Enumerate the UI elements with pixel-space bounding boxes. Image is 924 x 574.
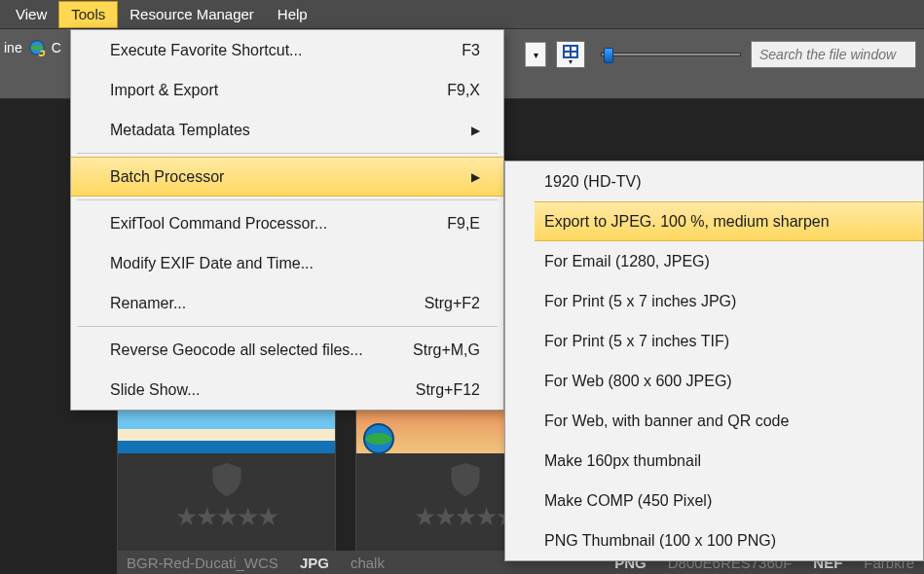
caret-down-icon: ▾ (534, 50, 538, 60)
menu-separator (77, 153, 498, 154)
submenu-item-1920[interactable]: 1920 (HD-TV) (505, 161, 923, 201)
menu-item-label: For Print (5 x 7 inches JPG) (544, 293, 900, 310)
menu-item-label: 1920 (HD-TV) (544, 173, 900, 191)
menu-item-label: For Web (800 x 600 JPEG) (544, 373, 900, 390)
grid-icon (563, 45, 578, 58)
menu-item-label: For Web, with banner and QR code (544, 413, 900, 430)
menu-help[interactable]: Help (266, 1, 319, 28)
globe-icon (362, 422, 395, 455)
menu-item-label: Renamer... (110, 295, 402, 312)
toolbar-fragment: ine (4, 40, 22, 55)
submenu-item-for-email[interactable]: For Email (1280, JPEG) (505, 241, 923, 281)
menu-item-label: For Email (1280, JPEG) (544, 253, 900, 270)
file-name: chalk (351, 555, 385, 571)
menu-item-label: Modify EXIF Date and Time... (110, 255, 480, 272)
search-placeholder: Search the file window (759, 47, 896, 62)
submenu-item-for-print-jpg[interactable]: For Print (5 x 7 inches JPG) (505, 281, 923, 321)
menu-item-accel: F9,E (420, 215, 480, 233)
menu-separator (77, 326, 498, 327)
menu-item-import-export[interactable]: Import & Export F9,X (71, 70, 503, 110)
menu-item-accel: Strg+M,G (413, 341, 480, 359)
submenu-item-make-160px[interactable]: Make 160px thumbnail (505, 441, 923, 481)
shield-icon (451, 463, 480, 496)
menu-item-execute-shortcut[interactable]: Execute Favorite Shortcut... F3 (71, 30, 503, 70)
submenu-item-png-thumb[interactable]: PNG Thumbnail (100 x 100 PNG) (505, 520, 923, 560)
menu-item-accel: F9,X (420, 82, 480, 99)
submenu-item-export-jpeg[interactable]: Export to JPEG. 100 %, medium sharpen (505, 201, 923, 241)
globe-refresh-icon[interactable] (28, 39, 46, 56)
batch-processor-submenu: 1920 (HD-TV) Export to JPEG. 100 %, medi… (504, 161, 924, 561)
menu-item-label: Execute Favorite Shortcut... (110, 42, 402, 59)
menu-item-accel: Strg+F2 (420, 295, 480, 312)
menu-view[interactable]: View (4, 1, 58, 28)
file-name: BGR-Red-Ducati_WCS (127, 555, 278, 571)
thumbnail-grid-button[interactable]: ▾ (556, 41, 585, 68)
submenu-item-for-web-banner[interactable]: For Web, with banner and QR code (505, 401, 923, 441)
menu-item-label: Import & Export (110, 82, 402, 99)
submenu-item-for-print-tif[interactable]: For Print (5 x 7 inches TIF) (505, 321, 923, 361)
menu-tools[interactable]: Tools (58, 1, 118, 28)
shield-icon (212, 463, 241, 496)
menu-item-label: For Print (5 x 7 inches TIF) (544, 333, 900, 350)
star-rating[interactable]: ★★★★★ (414, 502, 516, 532)
menu-item-label: Reverse Geocode all selected files... (110, 341, 395, 359)
file-ext: JPG (300, 555, 329, 571)
slider-thumb[interactable] (604, 48, 613, 63)
menu-item-label: Metadata Templates (110, 122, 444, 139)
thumbnail-card[interactable]: ★★★★★ (117, 409, 336, 574)
menu-item-reverse-geocode[interactable]: Reverse Geocode all selected files... St… (71, 330, 503, 370)
submenu-arrow-icon: ▶ (471, 124, 480, 137)
submenu-arrow-icon: ▶ (471, 170, 480, 184)
menu-item-label: Slide Show... (110, 381, 398, 399)
menu-item-metadata-templates[interactable]: Metadata Templates ▶ (71, 110, 503, 150)
menu-item-slideshow[interactable]: Slide Show... Strg+F12 (71, 370, 503, 410)
menu-item-accel: F3 (420, 42, 480, 59)
submenu-item-make-comp[interactable]: Make COMP (450 Pixel) (505, 481, 923, 520)
toolbar-dropdown[interactable]: ▾ (525, 42, 546, 67)
tools-dropdown: Execute Favorite Shortcut... F3 Import &… (70, 29, 504, 411)
menu-item-label: ExifTool Command Processor... (110, 215, 402, 233)
thumbnail-size-slider[interactable] (595, 45, 741, 64)
search-input[interactable]: Search the file window (751, 41, 916, 68)
menu-item-modify-exif-date[interactable]: Modify EXIF Date and Time... (71, 243, 503, 283)
menu-item-label: Make COMP (450 Pixel) (544, 492, 900, 510)
menu-item-label: Make 160px thumbnail (544, 452, 900, 470)
menubar: View Tools Resource Manager Help (0, 0, 924, 29)
toolbar-cut-letter: C (52, 40, 61, 55)
menu-item-label: PNG Thumbnail (100 x 100 PNG) (544, 532, 900, 550)
menu-item-label: Export to JPEG. 100 %, medium sharpen (544, 213, 900, 231)
menu-item-label: Batch Processor (110, 168, 444, 186)
caret-down-icon: ▾ (569, 59, 573, 65)
menu-item-renamer[interactable]: Renamer... Strg+F2 (71, 283, 503, 323)
menu-item-batch-processor[interactable]: Batch Processor ▶ (71, 157, 503, 197)
submenu-item-for-web-800[interactable]: For Web (800 x 600 JPEG) (505, 361, 923, 401)
menu-resource-manager[interactable]: Resource Manager (118, 1, 266, 28)
menu-item-accel: Strg+F12 (416, 381, 480, 399)
thumbnail-image (118, 410, 335, 453)
menu-separator (77, 199, 498, 200)
menu-item-exiftool[interactable]: ExifTool Command Processor... F9,E (71, 203, 503, 243)
star-rating[interactable]: ★★★★★ (175, 502, 277, 532)
